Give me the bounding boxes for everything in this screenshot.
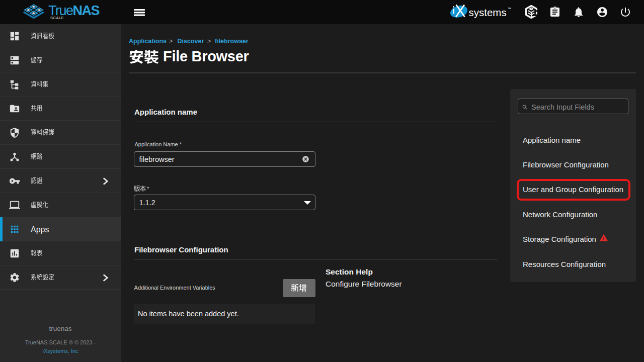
- svg-text:™: ™: [508, 7, 511, 11]
- svg-text:systems: systems: [469, 7, 507, 18]
